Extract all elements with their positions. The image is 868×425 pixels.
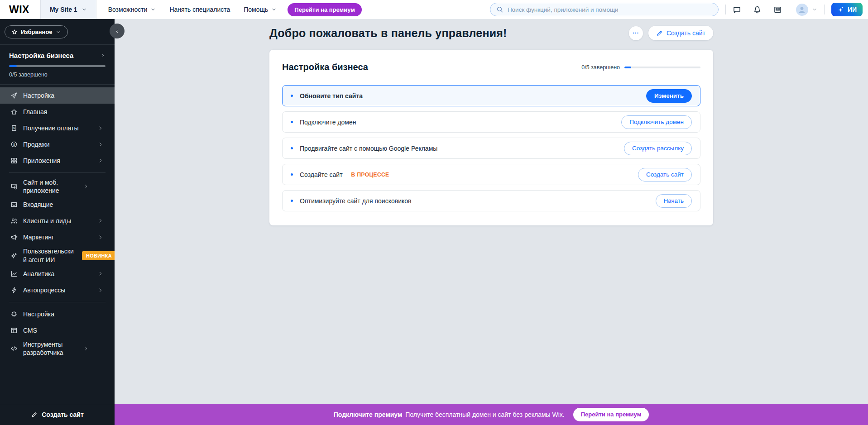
setup-progress-link[interactable]: Настройка бизнеса: [9, 52, 106, 59]
sidebar-item-label: CMS: [23, 326, 91, 334]
task-label: Продвигайте сайт с помощью Google Реклам…: [300, 145, 437, 152]
sidebar-item[interactable]: Маркетинг: [0, 229, 115, 245]
chevron-right-icon: [96, 125, 104, 131]
ai-assistant-button[interactable]: ИИ: [831, 3, 863, 16]
search-input[interactable]: [508, 6, 712, 13]
sidebar-item[interactable]: Настройка: [0, 87, 115, 104]
task-row[interactable]: Создайте сайтВ ПРОЦЕССЕСоздать сайт: [282, 164, 700, 185]
site-menu[interactable]: My Site 1: [40, 0, 96, 19]
more-options-button[interactable]: [629, 26, 643, 40]
site-menu-label: My Site 1: [50, 6, 77, 13]
nav-item-label: Помощь: [244, 6, 268, 13]
sidebar-create-site-button[interactable]: Создать сайт: [0, 404, 115, 425]
sidebar-item[interactable]: Сайт и моб. приложение: [0, 177, 115, 196]
banner-bold-text: Подключите премиум: [334, 411, 403, 418]
sidebar-item-label: Главная: [23, 108, 91, 116]
sidebar-item[interactable]: Пользовательский агент ИИНОВИНКА: [0, 245, 115, 265]
header-nav-item-3[interactable]: Помощь: [244, 6, 277, 13]
bell-icon[interactable]: [753, 5, 762, 14]
business-setup-card: Настройка бизнеса 0/5 завершено Обновите…: [269, 50, 713, 225]
sidebar-item-label: Аналитика: [23, 270, 91, 278]
sidebar-collapse-button[interactable]: [110, 24, 125, 38]
task-bullet: [291, 95, 293, 97]
divider: [9, 172, 106, 173]
task-bullet: [291, 200, 293, 202]
sidebar-item[interactable]: $Получение оплаты: [0, 120, 115, 136]
task-bullet: [291, 121, 293, 123]
news-icon[interactable]: [773, 5, 782, 14]
chevron-right-icon: [96, 218, 104, 224]
sidebar-item[interactable]: Клиенты и лиды: [0, 213, 115, 229]
task-action-button[interactable]: Изменить: [646, 89, 692, 103]
divider: [9, 302, 106, 302]
sidebar-item[interactable]: Настройка: [0, 306, 115, 322]
chevron-right-icon: [96, 287, 104, 293]
chevron-right-icon: [100, 53, 106, 58]
task-action-button[interactable]: Создать сайт: [638, 168, 692, 181]
chevron-right-icon: [82, 346, 90, 351]
sidebar-item-label: Автопроцессы: [23, 286, 91, 294]
sidebar-item[interactable]: Аналитика: [0, 266, 115, 282]
sidebar-footer-label: Создать сайт: [42, 411, 84, 418]
task-action-button[interactable]: Создать рассылку: [624, 142, 692, 155]
sidebar-item[interactable]: Главная: [0, 104, 115, 120]
task-row[interactable]: Подключите доменПодключить домен: [282, 111, 700, 133]
card-title: Настройка бизнеса: [282, 62, 368, 72]
task-action-button[interactable]: Подключить домен: [621, 115, 692, 129]
card-progress-bar: [624, 67, 700, 68]
nav-item-label: Возможности: [108, 6, 148, 13]
chevron-down-icon: [271, 7, 277, 12]
sidebar-item[interactable]: $Продажи: [0, 136, 115, 153]
card-progress: 0/5 завершено: [581, 64, 700, 71]
page-actions: Создать сайт: [629, 26, 713, 40]
star-icon: [11, 29, 18, 35]
header-nav-item-2[interactable]: Нанять специалиста: [169, 6, 230, 13]
sidebar-item[interactable]: Приложения: [0, 153, 115, 169]
chevron-right-icon: [82, 184, 90, 189]
search-box[interactable]: [490, 3, 719, 16]
chat-icon[interactable]: [733, 5, 741, 14]
sidebar-item[interactable]: Автопроцессы: [0, 282, 115, 298]
sidebar-item-label: Пользовательский агент ИИ: [23, 247, 77, 263]
task-row[interactable]: Оптимизируйте сайт для поисковиковНачать: [282, 190, 700, 211]
inbox-icon: [10, 201, 18, 208]
ai-button-label: ИИ: [848, 6, 857, 13]
task-label: Создайте сайт: [300, 171, 343, 178]
sidebar-item-label: Клиенты и лиды: [23, 217, 91, 225]
home-icon: [10, 108, 18, 115]
task-row[interactable]: Продвигайте сайт с помощью Google Реклам…: [282, 138, 700, 159]
task-bullet: [291, 173, 293, 176]
lightning-icon: [10, 287, 18, 294]
sidebar-item[interactable]: CMS: [0, 322, 115, 339]
dollar-circle-icon: $: [10, 141, 18, 148]
sidebar: Избранное Настройка бизнеса 0/5 завершен…: [0, 19, 115, 425]
pencil-icon: [31, 411, 38, 418]
chevron-down-icon: [150, 7, 156, 12]
task-action-button[interactable]: Начать: [656, 194, 692, 208]
wix-logo: WIX: [0, 4, 40, 16]
create-site-label: Создать сайт: [667, 29, 705, 37]
sidebar-item[interactable]: Инструменты разработчика: [0, 339, 115, 358]
analytics-icon: [10, 270, 18, 277]
dots-icon: [632, 29, 639, 37]
favorites-button[interactable]: Избранное: [5, 25, 68, 38]
banner-premium-button[interactable]: Перейти на премиум: [573, 408, 649, 421]
chevron-right-icon: [96, 142, 104, 147]
account-menu[interactable]: [796, 4, 817, 16]
code-icon: [10, 345, 18, 352]
devices-icon: [10, 183, 18, 190]
top-header: WIX My Site 1 ВозможностиНанять специали…: [0, 0, 868, 19]
task-row[interactable]: Обновите тип сайтаИзменить: [282, 85, 700, 106]
create-site-button[interactable]: Создать сайт: [648, 26, 713, 40]
search-icon: [496, 6, 504, 13]
sidebar-item[interactable]: Входящие: [0, 196, 115, 213]
sidebar-item-label: Продажи: [23, 140, 91, 148]
header-nav: ВозможностиНанять специалистаПомощь: [108, 6, 277, 13]
gear-icon: [10, 310, 18, 318]
task-label: Обновите тип сайта: [300, 92, 363, 100]
pencil-icon: [656, 30, 663, 37]
header-nav-item-1[interactable]: Возможности: [108, 6, 156, 13]
header-icons: [733, 5, 782, 14]
premium-pill-button[interactable]: Перейти на премиум: [288, 3, 362, 16]
avatar: [796, 4, 808, 16]
